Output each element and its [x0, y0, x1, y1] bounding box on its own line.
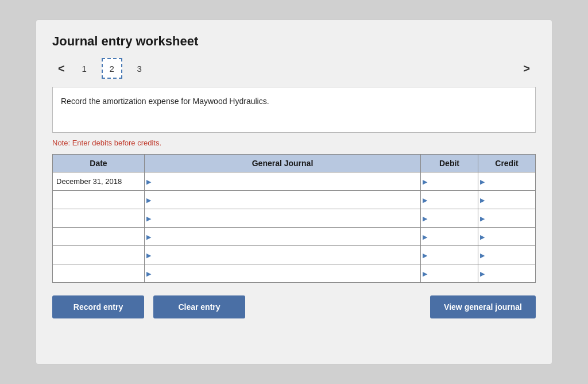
debit-cell: [421, 191, 478, 209]
journal-cell: [145, 209, 421, 228]
date-cell: [53, 209, 145, 228]
date-cell: [53, 246, 145, 264]
journal-cell: [145, 264, 421, 283]
nav-step-3[interactable]: 3: [129, 58, 150, 79]
header-date: Date: [53, 155, 145, 172]
debit-cell: [421, 228, 478, 246]
journal-table: Date General Journal Debit Credit Decemb…: [52, 154, 536, 283]
journal-cell: [145, 191, 421, 209]
debit-cell: [421, 172, 478, 191]
date-cell: [53, 264, 145, 283]
debit-input[interactable]: [421, 172, 478, 190]
debit-input[interactable]: [421, 209, 478, 227]
nav-step-1[interactable]: 1: [74, 58, 95, 79]
record-entry-button[interactable]: Record entry: [52, 295, 144, 318]
credit-cell: [478, 246, 536, 264]
debit-input[interactable]: [421, 264, 478, 282]
debit-cell: [421, 264, 478, 283]
credit-cell: [478, 228, 536, 246]
debit-cell: [421, 246, 478, 264]
credit-input[interactable]: [478, 264, 535, 282]
credit-cell: [478, 172, 536, 191]
journal-input[interactable]: [145, 191, 420, 209]
header-journal: General Journal: [145, 155, 421, 172]
table-row: [53, 191, 536, 209]
date-input[interactable]: [56, 264, 144, 282]
credit-input[interactable]: [478, 209, 535, 227]
nav-row: < 1 2 3 >: [52, 58, 536, 79]
date-cell: [53, 228, 145, 246]
date-input[interactable]: [56, 228, 144, 245]
debit-cell: [421, 209, 478, 228]
date-input[interactable]: [56, 191, 144, 209]
worksheet-container: Journal entry worksheet < 1 2 3 > Record…: [36, 20, 552, 364]
journal-input[interactable]: [145, 172, 420, 190]
nav-step-2[interactable]: 2: [102, 58, 122, 79]
journal-input[interactable]: [145, 264, 420, 282]
journal-cell: [145, 246, 421, 264]
debit-input[interactable]: [421, 246, 478, 264]
instruction-box: Record the amortization expense for Mayw…: [52, 87, 536, 133]
credit-input[interactable]: [478, 246, 535, 264]
date-cell: [53, 191, 145, 209]
credit-cell: [478, 264, 536, 283]
table-row: December 31, 2018: [53, 172, 536, 191]
header-credit: Credit: [478, 155, 536, 172]
table-row: [53, 246, 536, 264]
credit-input[interactable]: [478, 228, 535, 245]
prev-arrow[interactable]: <: [52, 62, 71, 75]
date-input[interactable]: [56, 209, 144, 227]
next-arrow[interactable]: >: [517, 62, 536, 75]
credit-input[interactable]: [478, 191, 535, 209]
table-row: [53, 228, 536, 246]
journal-input[interactable]: [145, 209, 420, 227]
instruction-text: Record the amortization expense for Mayw…: [61, 97, 269, 106]
page-title: Journal entry worksheet: [52, 34, 536, 49]
date-cell: December 31, 2018: [53, 172, 145, 191]
credit-cell: [478, 191, 536, 209]
journal-input[interactable]: [145, 228, 420, 245]
header-debit: Debit: [421, 155, 478, 172]
journal-cell: [145, 228, 421, 246]
debit-input[interactable]: [421, 228, 478, 245]
credit-cell: [478, 209, 536, 228]
credit-input[interactable]: [478, 172, 535, 190]
journal-input[interactable]: [145, 246, 420, 264]
table-header-row: Date General Journal Debit Credit: [53, 155, 536, 172]
table-row: [53, 209, 536, 228]
view-general-journal-button[interactable]: View general journal: [430, 295, 536, 318]
debit-input[interactable]: [421, 191, 478, 209]
clear-entry-button[interactable]: Clear entry: [153, 295, 245, 318]
button-row: Record entry Clear entry View general jo…: [52, 295, 536, 318]
journal-cell: [145, 172, 421, 191]
note-text: Note: Enter debits before credits.: [52, 139, 536, 147]
table-row: [53, 264, 536, 283]
date-input[interactable]: [56, 246, 144, 264]
